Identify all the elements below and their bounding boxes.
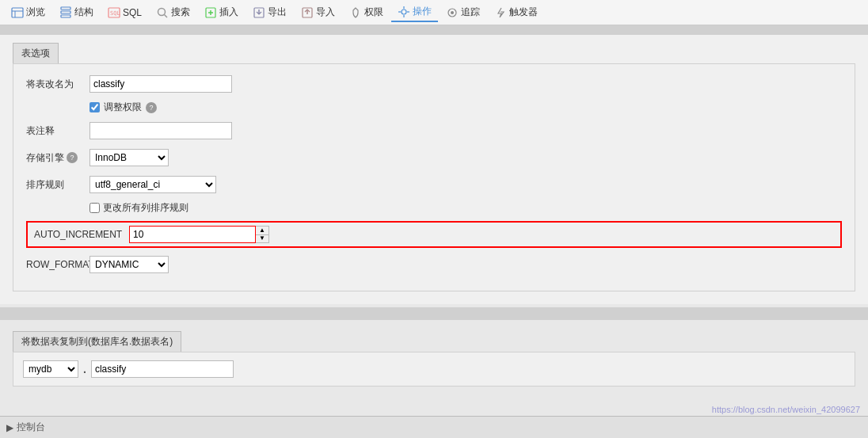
spinbox-wrapper: ▲ ▼ — [129, 226, 269, 243]
rowformat-label: ROW_FORMAT — [26, 259, 89, 270]
collation-select[interactable]: utf8_general_ci utf8mb4_general_ci latin… — [89, 176, 216, 193]
collation-label: 排序规则 — [26, 178, 89, 192]
toolbar-btn-export[interactable]: 导出 — [246, 3, 293, 21]
toolbar-label-insert: 插入 — [219, 6, 238, 19]
watermark: https://blog.csdn.net/weixin_42099627 — [712, 405, 860, 414]
toolbar-btn-privileges[interactable]: 权限 — [343, 3, 390, 21]
spinbox-buttons: ▲ ▼ — [256, 226, 269, 243]
toolbar-label-operations: 操作 — [413, 5, 432, 18]
toolbar-label-privileges: 权限 — [364, 6, 383, 19]
toolbar-label-structure: 结构 — [74, 6, 93, 19]
table-options-section: 表选项 将表改名为 classify 调整权限 ? 表注释 存储引擎 — [0, 35, 868, 304]
toolbar-label-triggers: 触发器 — [509, 6, 538, 19]
control-bar: ▶ 控制台 — [0, 416, 868, 438]
tracking-icon — [446, 6, 459, 19]
rename-label: 将表改名为 — [26, 78, 89, 91]
toolbar-btn-insert[interactable]: 插入 — [198, 3, 245, 21]
rename-input[interactable]: classify — [89, 75, 232, 93]
spinbox-down-btn[interactable]: ▼ — [256, 234, 268, 243]
copy-table-input[interactable] — [91, 360, 234, 378]
svg-rect-3 — [61, 7, 70, 10]
privileges-icon — [349, 6, 362, 19]
svg-point-8 — [158, 8, 166, 15]
copy-separator-dot: . — [83, 363, 86, 375]
import-icon — [301, 6, 314, 19]
toolbar-btn-sql[interactable]: SQL SQL — [101, 4, 148, 21]
change-all-collation-row: 更改所有列排序规则 — [26, 201, 842, 215]
copy-section: 将数据表复制到(数据库名.数据表名) mydb information_sche… — [0, 323, 868, 394]
svg-text:SQL: SQL — [110, 10, 120, 17]
rename-row: 将表改名为 classify — [26, 74, 842, 94]
toolbar-btn-import[interactable]: 导入 — [295, 3, 341, 21]
top-separator — [0, 25, 868, 35]
toolbar-btn-triggers[interactable]: 触发器 — [488, 3, 544, 21]
svg-point-23 — [451, 11, 454, 14]
auto-increment-row: AUTO_INCREMENT ▲ ▼ — [26, 221, 842, 248]
insert-icon — [204, 6, 217, 19]
svg-rect-0 — [12, 8, 23, 17]
adjust-privileges-row: 调整权限 ? — [26, 101, 842, 114]
rowformat-row: ROW_FORMAT DYNAMIC COMPACT COMPRESSED RE… — [26, 254, 842, 275]
toolbar-label-import: 导入 — [316, 6, 335, 19]
mid-separator — [0, 307, 868, 320]
toolbar-label-export: 导出 — [268, 6, 287, 19]
comment-row: 表注释 — [26, 120, 842, 141]
adjust-privileges-help-icon[interactable]: ? — [146, 102, 157, 113]
svg-line-9 — [165, 14, 168, 17]
toolbar-btn-operations[interactable]: 操作 — [391, 2, 438, 22]
toolbar-label-browse: 浏览 — [26, 6, 45, 19]
toolbar-label-search: 搜索 — [171, 6, 190, 19]
spinbox-up-btn[interactable]: ▲ — [256, 227, 268, 234]
svg-rect-5 — [61, 15, 70, 17]
copy-db-select[interactable]: mydb information_schema mysql performanc… — [23, 360, 78, 378]
toolbar-btn-search[interactable]: 搜索 — [150, 3, 196, 21]
adjust-privileges-label: 调整权限 — [104, 101, 142, 114]
auto-increment-input[interactable] — [129, 226, 256, 243]
toolbar: 浏览 结构 SQL SQL 搜索 插入 导出 导入 — [0, 0, 868, 25]
change-all-collation-checkbox[interactable] — [89, 203, 100, 213]
auto-increment-label: AUTO_INCREMENT — [34, 229, 129, 240]
toolbar-label-tracking: 追踪 — [461, 6, 480, 19]
rowformat-select[interactable]: DYNAMIC COMPACT COMPRESSED REDUNDANT — [89, 256, 169, 273]
export-icon — [253, 6, 265, 19]
engine-row: 存储引擎 ? InnoDB MyISAM MEMORY CSV ARCHIVE — [26, 147, 842, 168]
search-icon — [156, 6, 169, 19]
comment-label: 表注释 — [26, 124, 89, 138]
structure-icon — [59, 6, 72, 19]
table-options-header: 表选项 — [13, 43, 59, 63]
toolbar-btn-tracking[interactable]: 追踪 — [440, 3, 486, 21]
change-all-collation-label: 更改所有列排序规则 — [103, 201, 188, 215]
svg-point-17 — [402, 10, 406, 14]
table-icon — [11, 6, 24, 19]
triggers-icon — [494, 6, 507, 19]
comment-input[interactable] — [89, 122, 232, 139]
operations-icon — [398, 6, 410, 18]
engine-label: 存储引擎 ? — [26, 151, 89, 165]
engine-help-icon[interactable]: ? — [67, 152, 78, 163]
copy-section-header: 将数据表复制到(数据库名.数据表名) — [13, 331, 181, 352]
engine-select[interactable]: InnoDB MyISAM MEMORY CSV ARCHIVE — [89, 149, 169, 166]
toolbar-btn-browse[interactable]: 浏览 — [5, 3, 51, 21]
control-bar-label: 控制台 — [17, 421, 45, 434]
sql-icon: SQL — [108, 6, 120, 19]
copy-section-body: mydb information_schema mysql performanc… — [13, 352, 855, 387]
svg-rect-4 — [61, 11, 70, 13]
toolbar-label-sql: SQL — [123, 7, 142, 18]
table-options-body: 将表改名为 classify 调整权限 ? 表注释 存储引擎 ? — [13, 63, 855, 291]
terminal-icon: ▶ — [6, 422, 13, 433]
main-content: 表选项 将表改名为 classify 调整权限 ? 表注释 存储引擎 — [0, 25, 868, 438]
copy-db-wrapper: mydb information_schema mysql performanc… — [23, 360, 78, 378]
collation-row: 排序规则 utf8_general_ci utf8mb4_general_ci … — [26, 174, 842, 195]
toolbar-btn-structure[interactable]: 结构 — [53, 3, 100, 21]
adjust-privileges-checkbox[interactable] — [89, 102, 100, 112]
